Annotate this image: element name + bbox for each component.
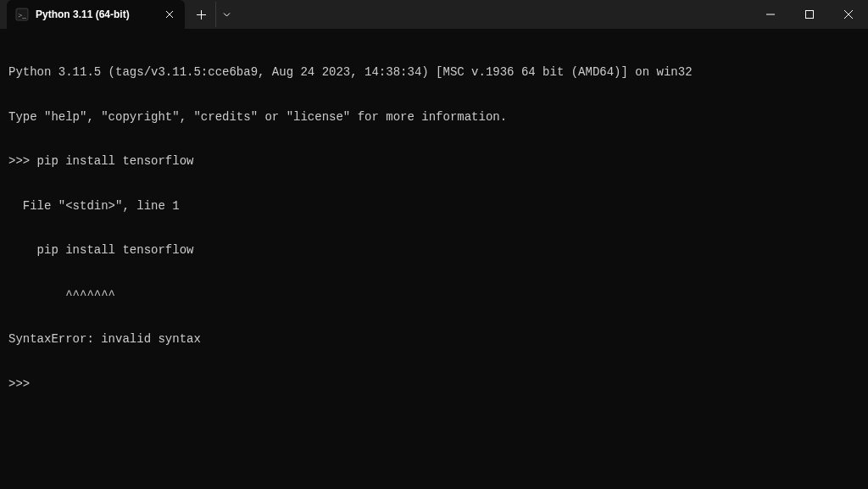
- title-bar: >_ Python 3.11 (64-bit): [0, 0, 868, 29]
- terminal-line: SyntaxError: invalid syntax: [8, 332, 860, 347]
- svg-text:>_: >_: [18, 11, 26, 19]
- window-controls: [751, 0, 868, 29]
- terminal-line: File "<stdin>", line 1: [8, 199, 860, 214]
- terminal-line: >>> pip install tensorflow: [8, 154, 860, 169]
- terminal-content[interactable]: Python 3.11.5 (tags/v3.11.5:cce6ba9, Aug…: [0, 29, 868, 414]
- tab-title: Python 3.11 (64-bit): [36, 8, 141, 20]
- close-button[interactable]: [829, 0, 868, 29]
- title-bar-left: >_ Python 3.11 (64-bit): [0, 0, 237, 29]
- minimize-button[interactable]: [751, 0, 790, 29]
- maximize-button[interactable]: [790, 0, 829, 29]
- terminal-line: Type "help", "copyright", "credits" or "…: [8, 110, 860, 125]
- tab-dropdown-button[interactable]: [215, 2, 237, 27]
- terminal-line: Python 3.11.5 (tags/v3.11.5:cce6ba9, Aug…: [8, 65, 860, 81]
- svg-rect-7: [806, 11, 814, 19]
- terminal-line: pip install tensorflow: [8, 243, 860, 258]
- tab-close-button[interactable]: [163, 8, 176, 21]
- new-tab-button[interactable]: [188, 2, 214, 27]
- terminal-prompt: >>>: [8, 377, 860, 392]
- python-icon: >_: [15, 8, 29, 21]
- tab-active[interactable]: >_ Python 3.11 (64-bit): [7, 0, 185, 29]
- terminal-line: ^^^^^^^: [8, 288, 860, 303]
